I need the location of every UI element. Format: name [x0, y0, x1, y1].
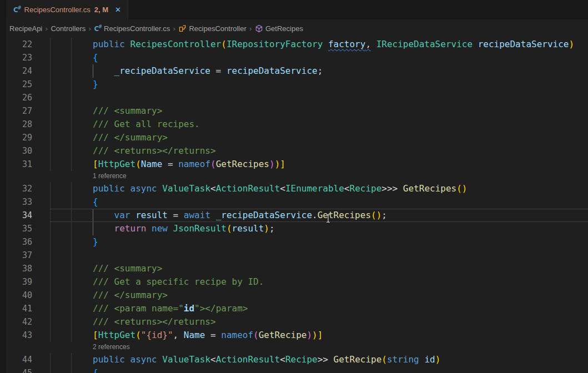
indent-guide	[71, 104, 72, 118]
close-icon[interactable]: ✕	[115, 6, 121, 14]
code-line-32[interactable]: public async ValueTask<ActionResult<IEnu…	[50, 182, 588, 195]
indent-guide	[50, 289, 51, 302]
code-line-43[interactable]: [HttpGet("{id}", Name = nameof(GetRecipe…	[50, 329, 588, 342]
line-number-45[interactable]: 45	[8, 366, 50, 373]
line-number-30[interactable]: 30	[8, 144, 50, 158]
indent-guide	[50, 118, 51, 131]
breadcrumb-item-controllers[interactable]: Controllers	[51, 24, 86, 33]
code-row-34: 34 var result = await _recipeDataService…	[0, 209, 588, 222]
line-number-27[interactable]: 27	[8, 104, 50, 118]
code-line-27[interactable]: /// <summary>	[50, 104, 588, 118]
code-line-31[interactable]: [HttpGet(Name = nameof(GetRecipes))]	[50, 158, 588, 171]
indent-guide	[50, 329, 51, 342]
code-line-25[interactable]: }	[50, 78, 588, 91]
line-number-43[interactable]: 43	[8, 329, 50, 342]
indent-guide	[50, 78, 51, 91]
indent-guide	[50, 131, 51, 144]
indent-guide	[50, 262, 51, 275]
code-line-30[interactable]: /// <returns></returns>	[50, 144, 588, 158]
codelens-row: 1 reference	[0, 171, 588, 182]
breadcrumb-item-getrecipes[interactable]: GetRecipes	[255, 24, 303, 33]
csharp-file-icon: C#	[94, 24, 102, 33]
line-number-23[interactable]: 23	[8, 51, 50, 64]
line-number-29[interactable]: 29	[8, 131, 50, 144]
line-number-25[interactable]: 25	[8, 78, 50, 91]
line-number-39[interactable]: 39	[8, 275, 50, 289]
tab-title: RecipesController.cs	[24, 6, 91, 14]
code-line-24[interactable]: _recipeDataService = recipeDataService;	[50, 64, 588, 78]
indent-guide	[71, 131, 72, 144]
code-line-28[interactable]: /// Get all recipes.	[50, 118, 588, 131]
line-number-32[interactable]: 32	[8, 182, 50, 195]
code-row-31: 31 [HttpGet(Name = nameof(GetRecipes))]	[0, 158, 588, 171]
indent-guide	[50, 209, 51, 221]
codelens-1-reference[interactable]: 1 reference	[50, 171, 127, 182]
tab-recipescontroller[interactable]: C# RecipesController.cs 2, M ✕	[8, 0, 128, 19]
codelens-2-references[interactable]: 2 references	[50, 342, 130, 353]
code-row-40: 40 /// </summary>	[0, 289, 588, 302]
breadcrumb-label: RecipesController.cs	[104, 24, 170, 33]
code-line-44[interactable]: public async ValueTask<ActionResult<Reci…	[50, 353, 588, 366]
line-number-28[interactable]: 28	[8, 118, 50, 131]
indent-guide	[71, 64, 72, 78]
breadcrumb-item-recipeapi[interactable]: RecipeApi	[9, 24, 42, 33]
line-number-40[interactable]: 40	[8, 289, 50, 302]
code-line-35[interactable]: return new JsonResult(result);	[50, 222, 588, 235]
line-number-34[interactable]: 34	[8, 209, 50, 222]
code-line-45[interactable]: {	[50, 366, 588, 373]
code-row-39: 39 /// Get a specific recipe by ID.	[0, 275, 588, 289]
code-line-37[interactable]	[50, 249, 588, 262]
indent-guide	[50, 315, 51, 329]
breadcrumb-item-recipescontroller[interactable]: RecipesController	[178, 24, 246, 33]
code-line-33[interactable]: {	[50, 195, 588, 209]
line-number-26[interactable]: 26	[8, 91, 50, 104]
code-line-26[interactable]	[50, 91, 588, 104]
indent-guide	[71, 182, 72, 195]
indent-guide	[71, 289, 72, 302]
code-line-29[interactable]: /// </summary>	[50, 131, 588, 144]
code-line-23[interactable]: {	[50, 51, 588, 64]
code-row-45: 45 {	[0, 366, 588, 373]
indent-guide	[71, 222, 72, 235]
tab-bar: C# RecipesController.cs 2, M ✕	[0, 0, 588, 19]
code-line-22[interactable]: public RecipesController(IRepositoryFact…	[50, 38, 588, 51]
indent-guide	[71, 209, 72, 221]
line-number-35[interactable]: 35	[8, 222, 50, 235]
line-number-22[interactable]: 22	[8, 38, 50, 51]
code-editor[interactable]: 22 public RecipesController(IRepositoryF…	[0, 38, 588, 373]
codelens-gutter	[8, 171, 50, 182]
code-row-30: 30 /// <returns></returns>	[0, 144, 588, 158]
code-row-37: 37	[0, 249, 588, 262]
indent-guide	[71, 158, 72, 171]
codelens-row: 2 references	[0, 342, 588, 353]
line-number-37[interactable]: 37	[8, 249, 50, 262]
code-line-39[interactable]: /// Get a specific recipe by ID.	[50, 275, 588, 289]
codelens-gutter	[8, 342, 50, 353]
code-line-41[interactable]: /// <param name="id"></param>	[50, 302, 588, 315]
line-number-24[interactable]: 24	[8, 64, 50, 78]
line-number-33[interactable]: 33	[8, 195, 50, 209]
code-line-38[interactable]: /// <summary>	[50, 262, 588, 275]
code-line-34[interactable]: var result = await _recipeDataService.Ge…	[50, 209, 588, 222]
line-number-44[interactable]: 44	[8, 353, 50, 366]
breadcrumb-separator: ›	[88, 24, 91, 33]
indent-guide	[71, 249, 72, 262]
line-number-42[interactable]: 42	[8, 315, 50, 329]
breadcrumb: RecipeApi›Controllers›C#RecipesControlle…	[0, 19, 588, 38]
code-line-40[interactable]: /// </summary>	[50, 289, 588, 302]
line-number-41[interactable]: 41	[8, 302, 50, 315]
code-row-33: 33 {	[0, 195, 588, 209]
line-number-31[interactable]: 31	[8, 158, 50, 171]
code-row-28: 28 /// Get all recipes.	[0, 118, 588, 131]
indent-guide	[71, 275, 72, 289]
line-number-36[interactable]: 36	[8, 235, 50, 249]
breadcrumb-item-recipescontroller-cs[interactable]: C#RecipesController.cs	[94, 24, 170, 33]
indent-guide	[71, 366, 72, 373]
indent-guide	[71, 118, 72, 131]
code-line-42[interactable]: /// <returns></returns>	[50, 315, 588, 329]
mouse-cursor-ibeam	[325, 213, 331, 224]
indent-guide	[50, 64, 51, 78]
code-line-36[interactable]: }	[50, 235, 588, 249]
indent-guide	[71, 329, 72, 342]
line-number-38[interactable]: 38	[8, 262, 50, 275]
